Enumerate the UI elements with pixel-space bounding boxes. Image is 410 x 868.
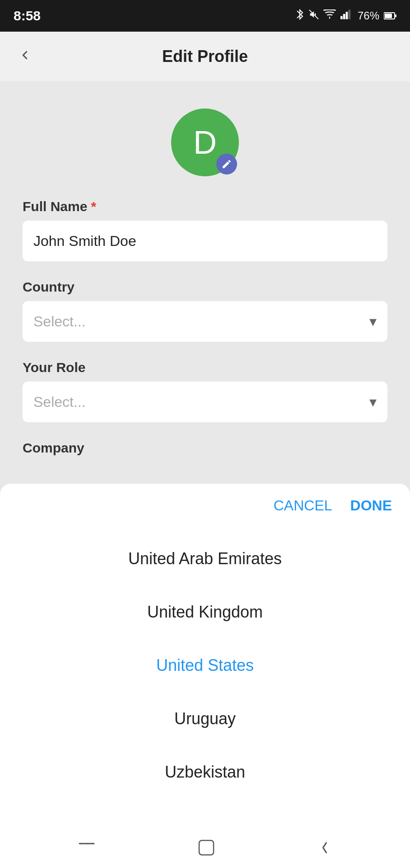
home-nav-icon[interactable] — [197, 839, 215, 857]
bluetooth-icon — [295, 8, 304, 24]
svg-rect-6 — [385, 14, 392, 18]
country-label: Country — [23, 279, 387, 295]
country-select[interactable]: Select... ▾ — [23, 301, 387, 342]
svg-rect-1 — [340, 16, 343, 19]
full-name-section: Full Name * — [23, 199, 387, 261]
page-title: Edit Profile — [162, 47, 248, 66]
svg-rect-4 — [348, 10, 350, 19]
list-item[interactable]: Uzbekistan — [0, 745, 410, 799]
cancel-button[interactable]: CANCEL — [274, 497, 332, 514]
svg-rect-3 — [346, 12, 348, 19]
list-item[interactable]: Uruguay — [0, 692, 410, 745]
svg-rect-2 — [343, 14, 345, 19]
list-item-united-states[interactable]: United States — [0, 639, 410, 692]
required-indicator: * — [91, 199, 96, 214]
role-placeholder: Select... — [33, 394, 86, 410]
battery-icon — [384, 9, 396, 22]
wifi-icon — [323, 9, 336, 22]
status-icons: 76% — [295, 8, 396, 24]
status-time: 8:58 — [14, 8, 41, 24]
full-name-input[interactable] — [23, 221, 387, 261]
main-content: D Full Name * Country Select... ▾ Your R… — [0, 81, 410, 537]
bottom-sheet-header: CANCEL DONE — [0, 484, 410, 523]
role-chevron-down-icon: ▾ — [369, 393, 377, 410]
list-item[interactable]: United Kingdom — [0, 585, 410, 639]
mute-icon — [309, 8, 319, 24]
role-select[interactable]: Select... ▾ — [23, 382, 387, 422]
svg-rect-11 — [199, 840, 214, 855]
back-nav-icon[interactable] — [318, 840, 331, 856]
avatar-initial: D — [193, 124, 217, 161]
full-name-label: Full Name * — [23, 199, 387, 214]
role-section: Your Role Select... ▾ — [23, 360, 387, 422]
avatar-section: D — [23, 90, 387, 199]
country-section: Country Select... ▾ — [23, 279, 387, 342]
country-placeholder: Select... — [33, 313, 86, 330]
avatar-container[interactable]: D — [171, 108, 239, 176]
edit-avatar-button[interactable] — [216, 154, 237, 175]
list-item[interactable]: United Arab Emirates — [0, 532, 410, 585]
system-nav-bar — [0, 827, 410, 868]
chevron-down-icon: ▾ — [369, 313, 377, 330]
status-bar: 8:58 — [0, 0, 410, 32]
menu-nav-icon[interactable] — [79, 842, 95, 854]
nav-bar: Edit Profile — [0, 32, 410, 81]
company-label: Company — [23, 440, 387, 456]
signal-icon — [340, 9, 353, 22]
done-button[interactable]: DONE — [350, 497, 392, 514]
svg-rect-7 — [395, 14, 396, 17]
country-list: United Arab Emirates United Kingdom Unit… — [0, 523, 410, 808]
role-label: Your Role — [23, 360, 387, 375]
bottom-sheet: CANCEL DONE United Arab Emirates United … — [0, 484, 410, 827]
back-button[interactable] — [14, 42, 36, 71]
battery-indicator: 76% — [358, 9, 379, 22]
